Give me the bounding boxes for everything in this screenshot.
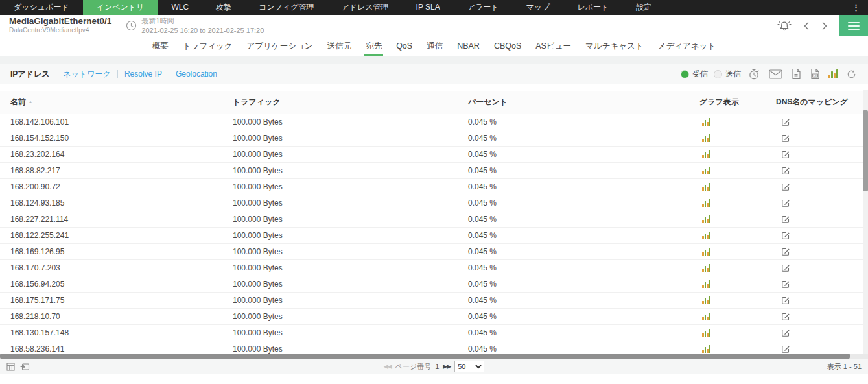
cell-dns	[776, 215, 868, 224]
nav-item[interactable]: マップ	[513, 0, 564, 15]
tab[interactable]: 宛先	[358, 36, 389, 56]
mini-bar-chart-icon[interactable]	[702, 134, 776, 142]
chevron-right-icon[interactable]	[815, 15, 834, 36]
column-header-name[interactable]: 名前▲	[0, 97, 233, 108]
cell-graph	[699, 296, 776, 304]
cell-ip-name: 168.154.152.150	[0, 134, 233, 143]
export-pdf-icon[interactable]	[790, 68, 803, 80]
nav-item[interactable]: コンフィグ管理	[245, 0, 327, 15]
nav-item[interactable]: アラート	[454, 0, 513, 15]
column-header-dns[interactable]: DNS名のマッピング	[776, 97, 868, 108]
edit-dns-icon[interactable]	[781, 198, 868, 208]
column-header-traffic[interactable]: トラフィック	[233, 97, 468, 108]
mini-bar-chart-icon[interactable]	[702, 313, 776, 320]
nav-item[interactable]: WLC	[158, 0, 202, 15]
tab[interactable]: CBQoS	[487, 36, 528, 56]
send-radio[interactable]: 送信	[714, 69, 741, 80]
tab[interactable]: 送信元	[320, 36, 359, 56]
mini-bar-chart-icon[interactable]	[702, 329, 776, 337]
schedule-report-icon[interactable]	[747, 68, 762, 80]
edit-dns-icon[interactable]	[781, 312, 868, 321]
cell-dns	[776, 247, 868, 256]
horizontal-scrollbar[interactable]	[0, 354, 868, 359]
export-csv-icon[interactable]: CSV	[808, 68, 821, 80]
mini-bar-chart-icon[interactable]	[702, 296, 776, 304]
table-row: 168.23.202.164 100.000 Bytes 0.045 %	[0, 147, 868, 163]
top-nav: ダッシュボードインベントリWLC攻撃コンフィグ管理アドレス管理IP SLAアラー…	[0, 0, 868, 15]
nav-item[interactable]: 設定	[622, 0, 665, 15]
edit-dns-icon[interactable]	[781, 215, 868, 224]
mini-bar-chart-icon[interactable]	[702, 248, 776, 256]
mini-bar-chart-icon[interactable]	[702, 280, 776, 288]
mini-bar-chart-icon[interactable]	[702, 232, 776, 239]
cell-percent: 0.045 %	[468, 134, 699, 143]
table-top-spacer	[0, 84, 868, 91]
edit-dns-icon[interactable]	[781, 166, 868, 175]
receive-radio[interactable]: 受信	[681, 69, 708, 80]
bar-chart-icon[interactable]	[827, 69, 839, 78]
tab[interactable]: マルチキャスト	[578, 36, 651, 56]
edit-dns-icon[interactable]	[781, 117, 868, 126]
cell-traffic: 100.000 Bytes	[233, 198, 468, 208]
view-separator	[169, 70, 169, 78]
nav-item[interactable]: レポート	[563, 0, 622, 15]
tab[interactable]: 概要	[145, 36, 176, 56]
view-link[interactable]: ネットワーク	[63, 69, 110, 80]
edit-dns-icon[interactable]	[781, 247, 868, 256]
edit-dns-icon[interactable]	[781, 280, 868, 289]
edit-dns-icon[interactable]	[781, 263, 868, 272]
edit-dns-icon[interactable]	[781, 344, 868, 354]
kebab-menu-icon[interactable]: ⋮	[844, 0, 868, 15]
hamburger-menu-icon[interactable]	[839, 15, 868, 36]
edit-dns-icon[interactable]	[781, 134, 868, 143]
edit-dns-icon[interactable]	[781, 231, 868, 240]
column-header-graph[interactable]: グラフ表示	[699, 97, 776, 108]
first-page-icon[interactable]: ◀◀	[384, 363, 392, 370]
tab[interactable]: メディアネット	[651, 36, 723, 56]
cell-percent: 0.045 %	[468, 328, 699, 337]
refresh-icon[interactable]	[845, 69, 858, 79]
cell-percent: 0.045 %	[468, 312, 699, 321]
nav-item[interactable]: アドレス管理	[327, 0, 402, 15]
mini-bar-chart-icon[interactable]	[702, 345, 776, 353]
edit-dns-icon[interactable]	[781, 182, 868, 191]
mini-bar-chart-icon[interactable]	[702, 215, 776, 223]
chevron-left-icon[interactable]	[797, 15, 815, 36]
table-row: 168.130.157.148 100.000 Bytes 0.045 %	[0, 325, 868, 341]
mini-bar-chart-icon[interactable]	[702, 150, 776, 158]
mini-bar-chart-icon[interactable]	[702, 183, 776, 191]
table-row: 168.169.126.95 100.000 Bytes 0.045 %	[0, 244, 868, 260]
view-link[interactable]: Resolve IP	[124, 69, 162, 78]
mini-bar-chart-icon[interactable]	[702, 167, 776, 174]
tab[interactable]: NBAR	[450, 36, 487, 56]
tab[interactable]: QoS	[389, 36, 419, 56]
nav-item[interactable]: ダッシュボード	[0, 0, 83, 15]
tab[interactable]: アプリケーション	[240, 36, 320, 56]
nav-item[interactable]: インベントリ	[83, 0, 158, 15]
time-range-text: 最新1時間 2021-02-25 16:20 to 2021-02-25 17:…	[141, 16, 264, 36]
tab[interactable]: 通信	[419, 36, 450, 56]
vertical-scrollbar-thumb[interactable]	[863, 110, 868, 191]
time-range-picker[interactable]: 最新1時間 2021-02-25 16:20 to 2021-02-25 17:…	[126, 16, 264, 36]
nav-item[interactable]: 攻撃	[202, 0, 245, 15]
mini-bar-chart-icon[interactable]	[702, 264, 776, 272]
edit-dns-icon[interactable]	[781, 296, 868, 305]
page-size-select[interactable]: 50	[454, 361, 484, 372]
tab[interactable]: トラフィック	[176, 36, 240, 56]
nav-item[interactable]: IP SLA	[403, 0, 454, 15]
alarm-bell-icon[interactable]	[771, 15, 797, 36]
column-header-percent[interactable]: パーセント	[468, 97, 699, 108]
vertical-scrollbar[interactable]	[863, 90, 868, 354]
email-icon[interactable]	[768, 69, 784, 79]
view-link[interactable]: Geolocation	[176, 69, 217, 78]
mini-bar-chart-icon[interactable]	[702, 199, 776, 207]
view-link[interactable]: IPアドレス	[10, 69, 49, 80]
tab[interactable]: ASビュー	[528, 36, 578, 56]
horizontal-scrollbar-thumb[interactable]	[0, 354, 850, 359]
device-header: MediaGigabitEthernet0/1 DataCentreV9Medi…	[0, 15, 868, 36]
table-row: 168.170.7.203 100.000 Bytes 0.045 %	[0, 260, 868, 276]
edit-dns-icon[interactable]	[781, 328, 868, 337]
next-page-icon[interactable]: ▶▶	[443, 363, 451, 370]
mini-bar-chart-icon[interactable]	[702, 118, 776, 126]
edit-dns-icon[interactable]	[781, 150, 868, 159]
